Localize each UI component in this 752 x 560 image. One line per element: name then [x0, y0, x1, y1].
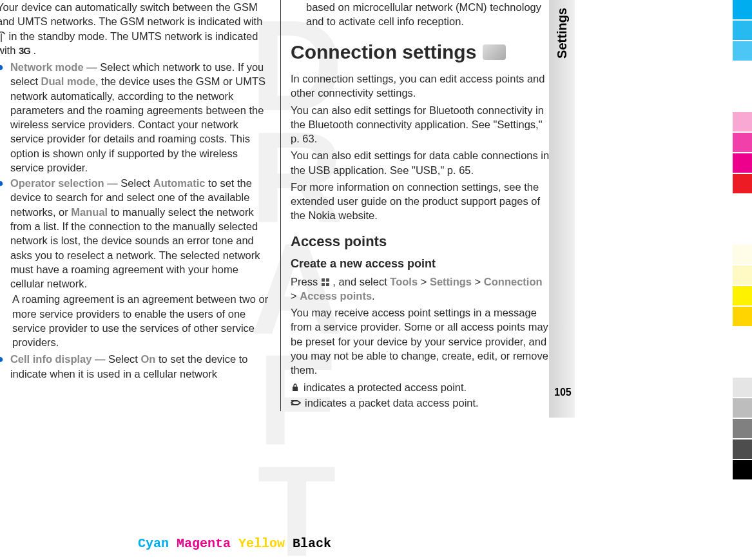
bullet-network-mode: ● Network mode — Select which network to…: [0, 60, 271, 175]
gray-swatch: [733, 378, 752, 397]
operator-rest2: to manually select the network from a li…: [10, 206, 260, 289]
gt2: >: [472, 276, 484, 287]
svg-rect-3: [326, 283, 329, 286]
magenta-swatch: [733, 153, 752, 173]
footer-black-label: Black: [293, 536, 331, 551]
cell-info-label: Cell info display: [10, 353, 92, 365]
cyan-swatch: [733, 0, 752, 19]
cyan-swatch: [733, 21, 752, 40]
yellow-swatch: [733, 286, 752, 305]
bullet-text: Operator selection — Select Automatic to…: [10, 176, 271, 291]
gt1: >: [418, 276, 430, 287]
cyan-swatch: [733, 41, 752, 61]
gray-swatch: [733, 398, 752, 418]
footer-yellow-label: Yellow: [238, 536, 285, 551]
3g-icon: 3G: [19, 45, 30, 56]
protected-text: indicates a protected access point.: [304, 380, 467, 394]
page-number: 105: [554, 387, 572, 398]
intro-paragraph: Your device can automatically switch bet…: [0, 0, 271, 57]
tools-label: Tools: [390, 276, 418, 287]
svg-rect-1: [326, 278, 329, 282]
gray-swatch: [733, 439, 752, 459]
lock-icon: [291, 383, 300, 392]
left-column: Your device can automatically switch bet…: [0, 0, 280, 411]
preset-paragraph: You may receive access point settings in…: [291, 305, 550, 377]
bullet-dot-icon: ●: [0, 60, 4, 175]
spacer: [733, 195, 752, 244]
create-access-point-heading: Create a new access point: [291, 256, 550, 271]
connection-label: Connection: [484, 276, 543, 287]
yellow-swatch: [733, 307, 752, 326]
svg-rect-4: [293, 387, 298, 391]
antenna-icon: [0, 32, 6, 42]
menu-key-icon: [321, 278, 330, 287]
roaming-paragraph: A roaming agreement is an agreement betw…: [12, 292, 271, 349]
yellow-swatch: [733, 266, 752, 285]
access-points-label: Access points: [300, 290, 372, 302]
connection-icon: [483, 44, 506, 60]
network-mode-rest: , the device uses the GSM or UMTS networ…: [10, 75, 265, 173]
press-paragraph: Press , and select Tools > Settings > Co…: [291, 275, 550, 304]
packet-text: indicates a packet data access point.: [305, 396, 479, 410]
dual-mode-label: Dual mode: [41, 75, 95, 87]
and-select-text: , and select: [333, 276, 390, 287]
mcn-paragraph: based on microcellular network (MCN) tec…: [306, 0, 550, 29]
protected-line: indicates a protected access point.: [291, 380, 550, 394]
footer-magenta-label: Magenta: [177, 536, 231, 551]
connection-settings-label: Connection settings: [291, 39, 476, 66]
operator-selection-label: Operator selection: [10, 177, 104, 189]
bullet-cell-info: ● Cell info display — Select On to set t…: [0, 352, 271, 381]
black-swatch: [733, 460, 752, 479]
conn-para-2: You can also edit settings for Bluetooth…: [291, 103, 550, 146]
footer-cyan-label: Cyan: [138, 536, 169, 551]
magenta-swatch: [733, 133, 752, 152]
red-swatch: [733, 174, 752, 193]
intro-text-1: Your device can automatically switch bet…: [0, 1, 262, 27]
right-column: based on microcellular network (MCN) tec…: [280, 0, 556, 411]
operator-dash: — Select: [104, 177, 153, 189]
spacer: [733, 62, 752, 111]
spacer: [733, 327, 752, 376]
bullet-text: Cell info display — Select On to set the…: [10, 352, 271, 381]
cell-info-dash: — Select: [92, 353, 140, 365]
footer-color-names: Cyan Magenta Yellow Black: [138, 536, 331, 551]
yellow-swatch: [733, 245, 752, 264]
intro-text-3: .: [34, 44, 37, 56]
manual-label: Manual: [71, 206, 108, 218]
sidebar-tab: Settings 105: [549, 0, 575, 418]
magenta-swatch: [733, 112, 752, 131]
gray-swatch: [733, 419, 752, 438]
gt3: >: [291, 290, 300, 302]
automatic-label: Automatic: [153, 177, 206, 189]
period: .: [372, 290, 375, 302]
settings-label: Settings: [430, 276, 472, 287]
sidebar-label: Settings: [555, 8, 570, 59]
connection-settings-heading: Connection settings: [291, 39, 550, 66]
network-mode-label: Network mode: [10, 61, 84, 73]
svg-rect-0: [322, 278, 325, 282]
bullet-dot-icon: ●: [0, 176, 4, 291]
bullet-operator-selection: ● Operator selection — Select Automatic …: [0, 176, 271, 291]
registration-color-bars: [733, 0, 752, 490]
press-text: Press: [291, 276, 321, 287]
conn-para-4: For more information on connection setti…: [291, 180, 550, 223]
access-points-heading: Access points: [291, 232, 550, 251]
intro-text-2: in the standby mode. The UMTS network is…: [0, 30, 258, 56]
main-content: Your device can automatically switch bet…: [0, 0, 752, 411]
packet-line: indicates a packet data access point.: [291, 396, 550, 410]
packet-icon: [291, 398, 301, 407]
bullet-text: Network mode — Select which network to u…: [10, 60, 271, 175]
bullet-dot-icon: ●: [0, 352, 4, 381]
conn-para-3: You can also edit settings for data cabl…: [291, 148, 550, 177]
svg-rect-2: [322, 283, 325, 286]
on-label: On: [141, 353, 156, 365]
conn-para-1: In connection settings, you can edit acc…: [291, 72, 550, 101]
